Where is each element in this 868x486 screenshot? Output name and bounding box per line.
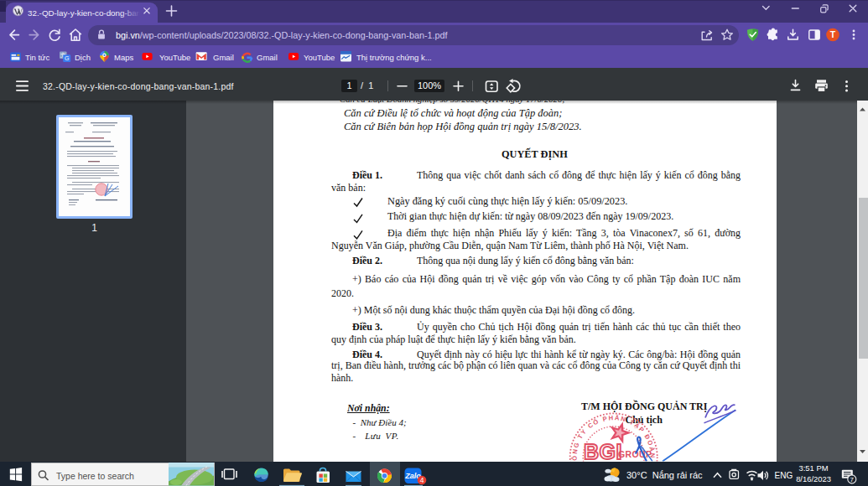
svg-text:BGI: BGI bbox=[584, 440, 622, 463]
svg-text:G: G bbox=[65, 55, 69, 61]
svg-text:7: 7 bbox=[850, 475, 855, 483]
svg-text:T: T bbox=[830, 29, 836, 39]
svg-text:4: 4 bbox=[420, 476, 424, 484]
